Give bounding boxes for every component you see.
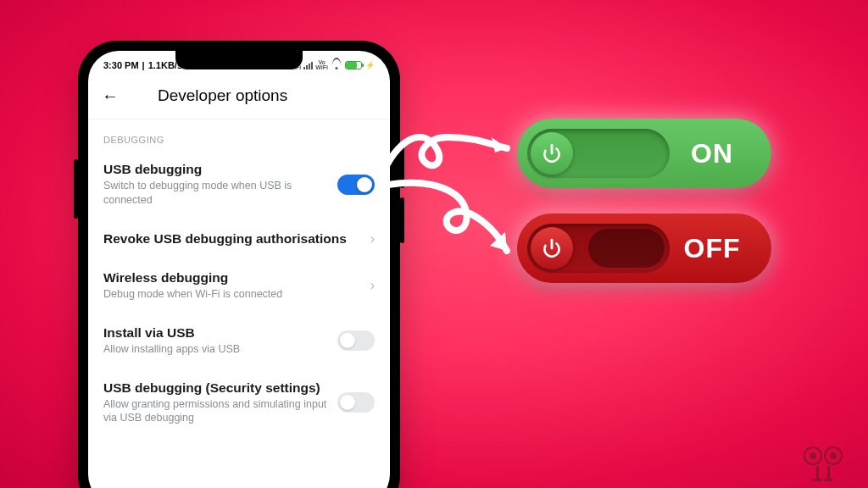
power-icon [531,227,573,269]
phone-frame: 3:30 PM | 1.1KB/s VoWiFi VoWiFi ⚡ [78,41,400,488]
row-revoke-usb-auth[interactable]: Revoke USB debugging authorisations › [88,219,390,258]
signal-icon [303,62,313,69]
row-title: Wireless debugging [103,270,362,286]
phone-side-button [400,142,404,188]
brand-eye-icon [804,446,822,465]
status-divider: | [142,60,145,70]
row-title: Revoke USB debugging authorisations [103,231,362,247]
status-time: 3:30 PM [103,60,139,70]
screen-header: ← Developer options [88,76,390,119]
row-title: Install via USB [103,325,329,341]
battery-icon [345,61,362,69]
toggle-usb-debugging[interactable] [337,175,375,195]
row-subtitle: Allow granting permissions and simulatin… [103,397,329,426]
svg-marker-0 [492,137,507,152]
section-label-debugging: DEBUGGING [88,119,390,150]
row-title: USB debugging (Security settings) [103,380,329,396]
phone-side-button [400,197,404,243]
on-pill-label: ON [670,138,771,169]
chevron-right-icon: › [370,278,375,293]
svg-marker-1 [490,232,507,251]
charging-icon: ⚡ [365,61,375,69]
off-pill-slot [527,224,670,273]
power-icon [531,132,573,175]
stage: 3:30 PM | 1.1KB/s VoWiFi VoWiFi ⚡ [0,0,868,488]
phone-notch [175,51,303,69]
phone-screen: 3:30 PM | 1.1KB/s VoWiFi VoWiFi ⚡ [88,51,390,488]
brand-mark [804,446,843,480]
row-subtitle: Switch to debugging mode when USB is con… [103,179,329,208]
row-title: USB debugging [103,162,329,177]
chevron-right-icon: › [370,231,375,247]
off-pill-label: OFF [670,233,771,264]
on-pill-slot [527,129,670,178]
toggle-install-via-usb[interactable] [337,330,375,351]
back-icon[interactable]: ← [102,87,119,104]
off-pill-track [588,229,665,268]
phone-side-button [74,159,78,219]
row-wireless-debugging[interactable]: Wireless debugging Debug mode when Wi-Fi… [88,258,390,313]
vowifi-icon: VoWiFi [315,60,328,70]
row-subtitle: Debug mode when Wi-Fi is connected [103,287,362,302]
on-pill: ON [517,119,771,188]
row-usb-debugging-security[interactable]: USB debugging (Security settings) Allow … [88,369,390,452]
page-title: Developer options [158,86,376,105]
row-subtitle: Allow installing apps via USB [103,342,329,357]
row-install-via-usb[interactable]: Install via USB Allow installing apps vi… [88,313,390,369]
toggle-usb-debugging-security[interactable] [337,392,375,413]
brand-eye-icon [824,446,843,465]
row-usb-debugging[interactable]: USB debugging Switch to debugging mode w… [88,150,390,219]
off-pill: OFF [517,214,771,283]
wifi-icon [331,61,342,69]
